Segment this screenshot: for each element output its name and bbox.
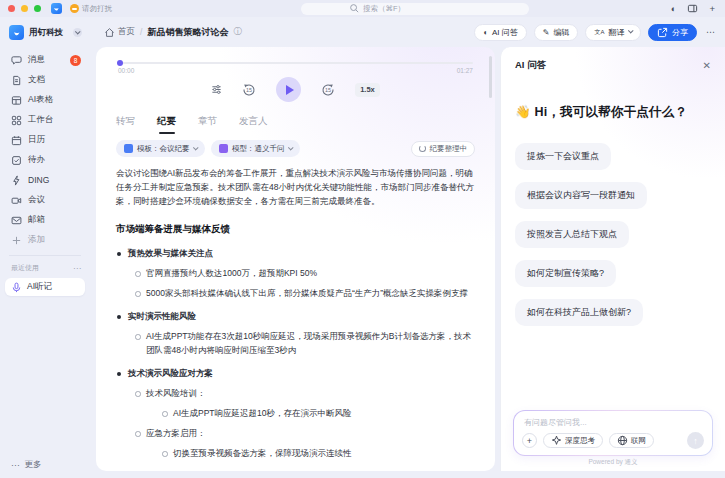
sidebar-item-ding[interactable]: DING <box>0 170 90 190</box>
share-button[interactable]: 分享 <box>648 24 697 41</box>
sidebar-item-mail[interactable]: 邮箱 <box>0 210 90 230</box>
unread-badge: 8 <box>70 55 81 66</box>
share-label: 分享 <box>672 27 688 38</box>
breadcrumb-separator: / <box>140 27 142 37</box>
titlebar: 请勿打扰 ◐ + <box>0 0 725 17</box>
panel-toggle-icon[interactable] <box>687 3 698 14</box>
suggestion-chip[interactable]: 根据会议内容写一段群通知 <box>515 182 647 209</box>
sidebar-item-todo[interactable]: 待办 <box>0 150 90 170</box>
sidebar-item-workbench[interactable]: 工作台 <box>0 110 90 130</box>
sidebar-add-label: 添加 <box>28 234 45 246</box>
chevron-down-icon <box>193 145 198 150</box>
sidebar: 用钉科技 消息 8 文档 AI表格 工作台 日历 <box>0 17 90 478</box>
sidebar-item-label: 工作台 <box>28 114 54 126</box>
model-select[interactable]: 模型：通义千问 <box>211 140 300 157</box>
minutes-status[interactable]: 纪要整理中 <box>411 141 476 157</box>
window-controls <box>8 5 41 12</box>
tab-chapters[interactable]: 章节 <box>198 115 217 134</box>
theme-toggle-icon[interactable]: ◐ <box>671 4 677 14</box>
sidebar-add-button[interactable]: 添加 <box>0 230 90 250</box>
ai-question-input[interactable] <box>514 411 712 427</box>
sidebar-item-meeting[interactable]: 会议 <box>0 190 90 210</box>
edit-button[interactable]: ✎ 编辑 <box>534 24 579 41</box>
web-search-label: 联网 <box>631 436 646 446</box>
rewind-15-icon[interactable]: 15 <box>242 83 256 97</box>
mail-icon <box>11 215 22 226</box>
audio-progress-bar[interactable] <box>118 62 473 64</box>
tab-minutes[interactable]: 纪要 <box>157 115 176 134</box>
playback-speed-button[interactable]: 1.5x <box>355 83 380 97</box>
minutes-summary: 会议讨论围绕AI新品发布会的筹备工作展开，重点解决技术演示风险与市场传播协同问题… <box>116 166 475 208</box>
chevron-down-icon <box>628 28 633 33</box>
recent-more-icon[interactable]: ⋯ <box>73 264 81 273</box>
sidebar-more-button[interactable]: ⋯ 更多 <box>11 459 42 471</box>
do-not-disturb-icon <box>70 4 79 13</box>
model-label: 模型：通义千问 <box>232 144 285 154</box>
bullet-subitem: 应急方案启用： <box>134 426 475 440</box>
sidebar-item-label: 日历 <box>28 134 45 146</box>
do-not-disturb-status[interactable]: 请勿打扰 <box>70 4 112 14</box>
elapsed-time: 00:00 <box>118 67 134 74</box>
search-icon <box>349 3 360 14</box>
info-icon[interactable]: ⓘ <box>233 26 242 38</box>
web-search-button[interactable]: 联网 <box>609 433 654 448</box>
sidebar-item-label: DING <box>28 175 49 185</box>
suggestion-chip[interactable]: 提炼一下会议重点 <box>515 143 611 170</box>
attach-plus-button[interactable]: + <box>522 433 537 448</box>
workspace-chevron-icon[interactable] <box>73 28 82 37</box>
workspace-name: 用钉科技 <box>29 27 63 39</box>
sidebar-item-docs[interactable]: 文档 <box>0 70 90 90</box>
do-not-disturb-label: 请勿打扰 <box>82 4 112 14</box>
sidebar-item-ai-table[interactable]: AI表格 <box>0 90 90 110</box>
ai-qa-label: AI 问答 <box>492 27 518 38</box>
global-search[interactable] <box>301 3 529 15</box>
translate-label: 翻译 <box>609 27 625 38</box>
sidebar-item-ai-transcribe[interactable]: AI听记 <box>5 278 85 296</box>
calendar-icon <box>11 135 22 146</box>
header-row: 首页 / 新品销售策略讨论会 ⓘ ◐ AI 问答 ✎ 编辑 文A 翻译 分享 <box>90 17 725 47</box>
page-title: 新品销售策略讨论会 <box>147 26 228 39</box>
plus-icon <box>11 235 22 246</box>
progress-handle[interactable] <box>117 60 123 66</box>
suggestion-chip[interactable]: 按照发言人总结下观点 <box>515 221 629 248</box>
sidebar-more-label: 更多 <box>25 459 42 471</box>
scrollbar-thumb[interactable] <box>489 56 492 98</box>
translate-button[interactable]: 文A 翻译 <box>585 24 641 41</box>
equalizer-icon[interactable] <box>211 84 222 95</box>
search-input[interactable] <box>363 4 513 13</box>
suggestion-chip[interactable]: 如何在科技产品上做创新? <box>515 299 643 326</box>
minimize-window-button[interactable] <box>21 5 28 12</box>
forward-15-icon[interactable]: 15 <box>321 83 335 97</box>
tab-transcript[interactable]: 转写 <box>116 115 135 134</box>
ai-qa-button[interactable]: ◐ AI 问答 <box>474 24 527 41</box>
workspace-switcher[interactable]: 用钉科技 <box>0 17 90 40</box>
total-duration: 01:27 <box>457 67 473 74</box>
spark-icon <box>551 435 562 446</box>
toolbar-more-icon[interactable]: ⋯ <box>706 27 715 37</box>
template-select[interactable]: 模板：会议纪要 <box>116 140 205 157</box>
new-window-icon[interactable]: + <box>709 4 715 14</box>
sidebar-item-label: 消息 <box>28 54 45 66</box>
bullet-item: 预热效果与媒体关注点 <box>116 246 475 260</box>
microphone-icon <box>11 282 22 293</box>
suggestion-chip[interactable]: 如何定制宣传策略? <box>515 260 616 287</box>
deep-think-button[interactable]: 深度思考 <box>543 433 603 448</box>
sidebar-item-messages[interactable]: 消息 8 <box>0 50 90 70</box>
toolbar: ◐ AI 问答 ✎ 编辑 文A 翻译 分享 ⋯ <box>474 17 715 47</box>
loading-spinner-icon <box>419 145 426 152</box>
ai-qa-icon: ◐ <box>483 28 488 37</box>
breadcrumb-home[interactable]: 首页 <box>104 26 135 38</box>
send-button[interactable]: ↑ <box>687 432 704 449</box>
ai-qa-panel: AI 问答 ✕ 👋 Hi，我可以帮你干点什么？ 提炼一下会议重点 根据会议内容写… <box>500 47 725 471</box>
sidebar-item-calendar[interactable]: 日历 <box>0 130 90 150</box>
player-controls: 15 15 1.5x <box>96 77 495 102</box>
play-button[interactable] <box>276 77 301 102</box>
tab-speakers[interactable]: 发言人 <box>239 115 268 134</box>
close-icon[interactable]: ✕ <box>703 60 711 71</box>
zoom-window-button[interactable] <box>34 5 41 12</box>
close-window-button[interactable] <box>8 5 15 12</box>
powered-by-label: Powered by 通义 <box>501 458 725 467</box>
play-icon <box>286 85 294 95</box>
model-icon <box>219 144 228 153</box>
app-window: 请勿打扰 ◐ + 用钉科技 消息 8 <box>0 0 725 478</box>
